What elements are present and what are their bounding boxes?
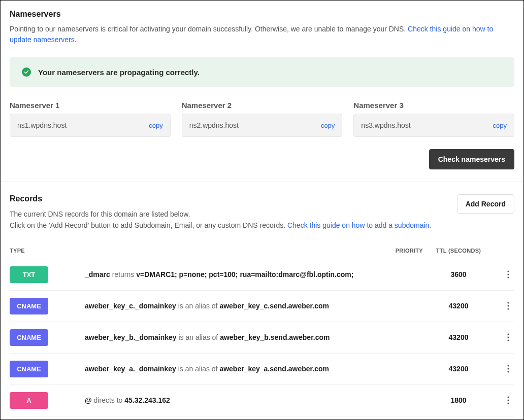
add-record-button[interactable]: Add Record <box>457 194 514 214</box>
record-content: _dmarc returns v=DMARC1; p=none; pct=100… <box>67 270 382 278</box>
nameserver-label: Nameserver 2 <box>182 101 343 110</box>
kebab-menu-icon[interactable] <box>502 363 514 375</box>
records-desc-line2-suffix: . <box>429 221 431 229</box>
record-content: aweber_key_a._domainkey is an alias of a… <box>67 365 382 373</box>
record-type-badge: A <box>10 392 48 409</box>
status-text: Your nameservers are propagating correct… <box>38 68 200 77</box>
table-row: CNAME aweber_key_b._domainkey is an alia… <box>10 322 514 353</box>
copy-link[interactable]: copy <box>493 122 507 129</box>
records-desc-line1: The current DNS records for this domain … <box>10 208 431 220</box>
nameserver-grid: Nameserver 1 ns1.wpdns.host copy Nameser… <box>10 101 514 137</box>
table-row: TXT _dmarc returns v=DMARC1; p=none; pct… <box>10 259 514 290</box>
record-ttl: 1800 <box>423 396 494 404</box>
svg-point-14 <box>507 403 509 404</box>
record-type-badge: CNAME <box>10 298 48 314</box>
records-table-header: TYPE PRIORITY TTL (SECONDS) <box>10 243 514 259</box>
record-ttl: 43200 <box>423 333 494 341</box>
svg-point-10 <box>507 368 509 370</box>
record-type-badge: CNAME <box>10 361 48 377</box>
nameserver-value: ns3.wpdns.host <box>361 121 410 129</box>
svg-point-13 <box>507 400 509 401</box>
nameserver-col-2: Nameserver 2 ns2.wpdns.host copy <box>182 101 343 137</box>
nameserver-box: ns1.wpdns.host copy <box>10 114 171 137</box>
record-ttl: 43200 <box>423 302 494 310</box>
status-banner: Your nameservers are propagating correct… <box>10 57 514 87</box>
checkmark-icon <box>22 67 31 77</box>
records-section: Records The current DNS records for this… <box>10 182 514 420</box>
svg-point-4 <box>507 305 509 307</box>
kebab-menu-icon[interactable] <box>502 300 514 312</box>
nameserver-label: Nameserver 3 <box>353 101 514 110</box>
record-ttl: 3600 <box>423 270 494 278</box>
nameserver-value: ns2.wpdns.host <box>189 121 239 129</box>
svg-point-6 <box>507 334 509 335</box>
record-content: @ directs to 45.32.243.162 <box>67 396 382 404</box>
nameservers-desc-text: Pointing to our nameservers is critical … <box>10 25 408 33</box>
nameservers-desc: Pointing to our nameservers is critical … <box>10 24 514 45</box>
record-content: aweber_key_b._domainkey is an alias of a… <box>67 333 382 341</box>
records-title: Records <box>10 194 431 203</box>
svg-point-11 <box>507 371 509 373</box>
svg-point-3 <box>507 302 509 304</box>
nameserver-box: ns2.wpdns.host copy <box>182 114 343 137</box>
svg-point-12 <box>507 397 509 398</box>
svg-point-0 <box>507 271 509 272</box>
nameservers-section: Nameservers Pointing to our nameservers … <box>10 10 514 169</box>
record-content: aweber_key_c._domainkey is an alias of a… <box>67 302 382 310</box>
svg-point-8 <box>507 340 509 341</box>
records-subdomain-guide-link[interactable]: Check this guide on how to add a subdoma… <box>287 221 429 229</box>
kebab-menu-icon[interactable] <box>502 394 514 406</box>
table-row: CNAME aweber_key_c._domainkey is an alia… <box>10 290 514 322</box>
svg-point-2 <box>507 277 509 278</box>
records-desc-line2-prefix: Click on the 'Add Record' button to add … <box>10 221 287 229</box>
nameservers-title: Nameservers <box>10 10 514 19</box>
record-type-badge: TXT <box>10 266 48 283</box>
records-table-body: TXT _dmarc returns v=DMARC1; p=none; pct… <box>10 259 514 420</box>
svg-point-1 <box>507 274 509 275</box>
table-row: A @ directs to 45.32.243.162 1800 <box>10 384 514 416</box>
svg-point-9 <box>507 365 509 367</box>
kebab-menu-icon[interactable] <box>502 331 514 343</box>
table-row: AAAA @ directs to 2001:19f0:5801:1ddb:54… <box>10 416 514 420</box>
record-ttl: 43200 <box>423 365 494 373</box>
nameserver-box: ns3.wpdns.host copy <box>353 114 514 137</box>
copy-link[interactable]: copy <box>149 122 162 129</box>
svg-point-5 <box>507 308 509 310</box>
record-type-badge: CNAME <box>10 329 48 346</box>
nameservers-desc-suffix: . <box>75 36 77 44</box>
header-type: TYPE <box>10 248 67 254</box>
copy-link[interactable]: copy <box>321 122 335 129</box>
header-ttl: TTL (SECONDS) <box>423 248 494 254</box>
svg-point-7 <box>507 337 509 338</box>
nameserver-col-3: Nameserver 3 ns3.wpdns.host copy <box>353 101 514 137</box>
nameserver-col-1: Nameserver 1 ns1.wpdns.host copy <box>10 101 171 137</box>
header-priority: PRIORITY <box>382 248 423 254</box>
nameserver-label: Nameserver 1 <box>10 101 171 110</box>
kebab-menu-icon[interactable] <box>502 268 514 281</box>
check-nameservers-button[interactable]: Check nameservers <box>429 149 514 169</box>
nameserver-value: ns1.wpdns.host <box>17 121 67 129</box>
table-row: CNAME aweber_key_a._domainkey is an alia… <box>10 353 514 384</box>
